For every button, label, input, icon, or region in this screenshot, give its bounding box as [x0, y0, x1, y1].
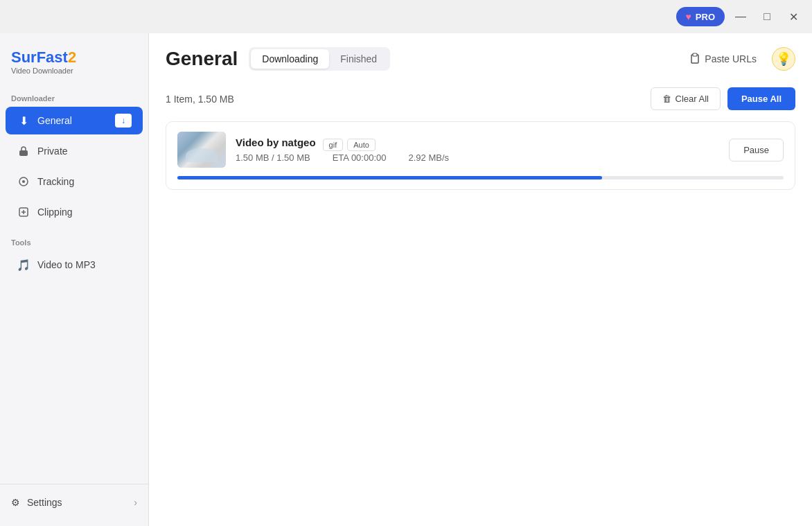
sidebar-item-tracking[interactable]: Tracking — [6, 168, 143, 195]
sidebar-item-clipping[interactable]: Clipping — [6, 198, 143, 226]
sidebar-item-label-tracking: Tracking — [37, 176, 74, 187]
clear-all-label: Clear All — [676, 94, 709, 104]
main-content: General Downloading Finished Paste URLs — [149, 33, 812, 526]
sun-icon: 💡 — [776, 51, 791, 67]
minimize-icon: — — [735, 10, 746, 23]
tab-finished[interactable]: Finished — [329, 49, 388, 69]
logo-area: SurFast2 Video Downloader — [0, 44, 148, 89]
sidebar-item-private[interactable]: Private — [6, 137, 143, 165]
thumbnail — [177, 132, 226, 168]
tab-downloading[interactable]: Downloading — [251, 49, 329, 69]
header-right: Paste URLs 💡 — [682, 47, 795, 71]
sidebar-item-label-private: Private — [37, 146, 68, 157]
settings-item[interactable]: ⚙ Settings › — [0, 490, 148, 515]
clipping-icon — [17, 205, 30, 219]
download-info-bar: 1 Item, 1.50 MB 🗑 Clear All Pause All — [166, 87, 795, 110]
header-left: General Downloading Finished — [166, 47, 390, 71]
download-item: Video by natgeo gif Auto 1.50 MB / 1.50 … — [166, 121, 795, 190]
download-item-header: Video by natgeo gif Auto 1.50 MB / 1.50 … — [177, 132, 784, 168]
tools-section-label: Tools — [0, 233, 148, 249]
minimize-button[interactable]: — — [730, 6, 751, 27]
sidebar-item-label-clipping: Clipping — [37, 207, 73, 218]
pause-all-button[interactable]: Pause All — [727, 87, 795, 110]
maximize-icon: □ — [764, 10, 770, 23]
active-badge: ↓ — [115, 114, 132, 128]
action-buttons: 🗑 Clear All Pause All — [651, 87, 795, 110]
heart-icon: ♥ — [686, 11, 691, 22]
download-stats: 1.50 MB / 1.50 MB ETA 00:00:00 2.92 MB/s — [236, 152, 719, 163]
svg-rect-0 — [19, 150, 28, 156]
download-info: Video by natgeo gif Auto 1.50 MB / 1.50 … — [236, 137, 719, 163]
trash-icon: 🗑 — [662, 94, 671, 104]
logo-number: 2 — [68, 49, 76, 66]
sidebar: SurFast2 Video Downloader Downloader ⬇ G… — [0, 33, 149, 526]
maximize-button[interactable]: □ — [757, 6, 777, 27]
tools-section: Tools 🎵 Video to MP3 — [0, 233, 148, 280]
eta: ETA 00:00:00 — [333, 152, 387, 163]
thumbnail-image — [177, 132, 226, 168]
badge-gif: gif — [323, 139, 344, 151]
logo-subtitle: Video Downloader — [11, 67, 137, 75]
private-icon — [17, 144, 30, 158]
sidebar-footer: ⚙ Settings › — [0, 484, 148, 515]
close-button[interactable]: ✕ — [783, 6, 804, 27]
progress-bar-fill — [177, 176, 602, 179]
app-body: SurFast2 Video Downloader Downloader ⬇ G… — [0, 33, 812, 526]
page-title: General — [166, 48, 238, 70]
progress-bar-container — [177, 176, 784, 179]
speed: 2.92 MB/s — [409, 152, 450, 163]
badge-auto: Auto — [347, 139, 376, 151]
pro-button[interactable]: ♥ PRO — [676, 7, 725, 26]
sidebar-item-general[interactable]: ⬇ General ↓ — [6, 107, 143, 134]
pro-label: PRO — [696, 12, 715, 22]
titlebar: ♥ PRO — □ ✕ — [0, 0, 812, 33]
logo: SurFast2 — [11, 50, 137, 65]
close-icon: ✕ — [789, 10, 798, 24]
badges: gif Auto — [323, 139, 376, 151]
chevron-right-icon: › — [134, 497, 137, 508]
main-header: General Downloading Finished Paste URLs — [166, 47, 795, 71]
paste-urls-button[interactable]: Paste URLs — [682, 49, 764, 70]
clear-all-button[interactable]: 🗑 Clear All — [651, 87, 721, 110]
sidebar-item-label-video-to-mp3: Video to MP3 — [37, 259, 96, 270]
settings-label: Settings — [27, 497, 62, 508]
paste-urls-label: Paste URLs — [705, 53, 757, 64]
title-row: Video by natgeo gif Auto — [236, 137, 719, 152]
video-title: Video by natgeo — [236, 137, 316, 148]
music-icon: 🎵 — [17, 258, 30, 272]
pause-button[interactable]: Pause — [729, 139, 784, 161]
tracking-icon — [17, 175, 30, 189]
settings-icon: ⚙ — [11, 497, 20, 508]
svg-point-2 — [22, 180, 25, 183]
paste-icon — [689, 53, 700, 66]
sidebar-item-label-general: General — [37, 115, 72, 126]
downloader-section-label: Downloader — [0, 89, 148, 105]
file-size: 1.50 MB / 1.50 MB — [236, 152, 310, 163]
general-icon: ⬇ — [17, 114, 30, 128]
sidebar-item-video-to-mp3[interactable]: 🎵 Video to MP3 — [6, 251, 143, 279]
tab-group: Downloading Finished — [249, 47, 390, 71]
item-count: 1 Item, 1.50 MB — [166, 94, 234, 105]
svg-rect-5 — [693, 53, 697, 56]
logo-name: SurFast — [11, 49, 68, 66]
theme-toggle-button[interactable]: 💡 — [772, 47, 795, 71]
